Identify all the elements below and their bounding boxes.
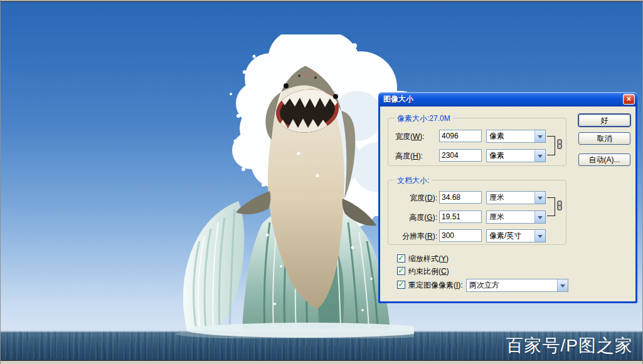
resolution-input[interactable] (439, 229, 482, 242)
resample-method-select[interactable]: 两次立方 (466, 279, 568, 292)
chevron-down-icon[interactable] (534, 150, 545, 162)
chevron-down-icon[interactable] (534, 192, 545, 204)
shark-splash-illustration (169, 34, 414, 338)
doc-width-unit-select[interactable]: 厘米 (486, 191, 546, 204)
check-icon: ✓ (398, 253, 405, 263)
pixel-width-unit-select[interactable]: 像素 (486, 130, 546, 143)
ok-button[interactable]: 好 (578, 114, 630, 127)
pixel-height-unit-select[interactable]: 像素 (486, 149, 546, 162)
pixel-size-group-label: 像素大小:27.0M (395, 113, 453, 124)
chevron-down-icon[interactable] (557, 279, 568, 291)
resolution-label: 分辨率(R): (390, 231, 437, 242)
chevron-down-icon[interactable] (534, 230, 545, 242)
doc-width-input[interactable] (439, 191, 482, 204)
screenshot-root: 百家号/P图之家 图像大小 × 像素大小:27.0M 宽度(W): 像素 高度(… (0, 0, 643, 364)
link-bracket (547, 197, 555, 216)
frame-edge (0, 0, 1, 364)
close-button[interactable]: × (623, 94, 635, 105)
cancel-button[interactable]: 取消 (578, 132, 630, 145)
pixel-height-input[interactable] (439, 149, 482, 162)
dialog-titlebar[interactable]: 图像大小 × (378, 92, 637, 107)
doc-width-label: 宽度(D): (390, 193, 437, 204)
resample-image-label: 重定图像像素(I): (408, 280, 463, 291)
document-size-group-label: 文档大小: (395, 175, 432, 186)
chain-link-icon (556, 139, 563, 150)
image-size-dialog: 图像大小 × 像素大小:27.0M 宽度(W): 像素 高度(H): 像素 文档… (378, 92, 637, 303)
scale-styles-label: 缩放样式(Y) (408, 254, 449, 264)
check-icon: ✓ (398, 266, 405, 275)
pixel-width-label: 宽度(W): (395, 132, 425, 142)
doc-height-unit-select[interactable]: 厘米 (486, 211, 546, 224)
close-icon: × (627, 95, 631, 103)
frame-edge (0, 361, 643, 364)
pixel-width-input[interactable] (439, 130, 482, 142)
pixel-height-label: 高度(H): (395, 151, 423, 162)
chevron-down-icon[interactable] (534, 211, 545, 223)
frame-edge (0, 1, 643, 2)
chain-link-icon (556, 200, 563, 211)
scale-styles-checkbox[interactable]: ✓ (397, 254, 405, 263)
link-bracket (547, 136, 555, 155)
auto-button[interactable]: 自动(A)... (578, 153, 630, 166)
watermark-text: 百家号/P图之家 (506, 334, 633, 358)
constrain-proportions-label: 约束比例(C) (408, 266, 449, 277)
resample-image-checkbox[interactable]: ✓ (397, 281, 405, 289)
check-icon: ✓ (398, 279, 405, 289)
doc-height-label: 高度(G): (390, 212, 437, 223)
constrain-proportions-checkbox[interactable]: ✓ (397, 267, 405, 275)
dialog-title: 图像大小 (383, 92, 413, 107)
doc-height-input[interactable] (439, 211, 482, 223)
chevron-down-icon[interactable] (534, 130, 545, 142)
resolution-unit-select[interactable]: 像素/英寸 (486, 229, 546, 242)
